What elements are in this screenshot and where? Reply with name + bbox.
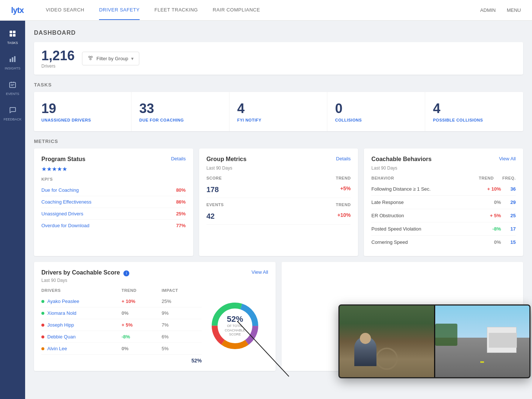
filter-group-icon — [88, 55, 93, 62]
driver-dot-1 — [41, 312, 44, 315]
coachable-period: Last 90 Days — [371, 166, 516, 171]
nav-driver-safety[interactable]: DRIVER SAFETY — [99, 0, 140, 20]
driver-name-3: Debbie Quan — [47, 334, 76, 340]
sidebar-tasks-label: TASKS — [7, 41, 18, 45]
donut-section: 52% OF TOTAL COACHABLE SCORE — [202, 288, 268, 364]
gm-events-value: 42 — [207, 212, 215, 221]
trend-col-header: TREND — [479, 176, 501, 180]
score-col-label: SCORE — [207, 176, 222, 180]
driver-dot-4 — [41, 347, 44, 350]
nav-fleet-tracking[interactable]: FLEET TRACKING — [154, 0, 198, 20]
cb-behavior-1: Late Response — [371, 200, 479, 205]
driver-dot-2 — [41, 324, 44, 327]
task-number-coaching: 33 — [139, 101, 222, 116]
task-collisions[interactable]: 0 COLLISIONS — [328, 92, 425, 131]
page-title: DASHBOARD — [34, 30, 523, 36]
driver-row-0[interactable]: Ayako Peaslee + 10% 25% — [41, 296, 202, 307]
program-status-title: Program Status — [41, 156, 85, 163]
gm-score-value: 178 — [207, 185, 219, 194]
svg-rect-2 — [10, 34, 12, 37]
gm-events-row: 42 +10% — [207, 208, 351, 225]
filter-dropdown[interactable]: Filter by Group ▾ — [82, 52, 139, 65]
cb-trend-2: + 5% — [479, 213, 501, 218]
driver-count: 1,216 Drivers — [41, 48, 75, 69]
chevron-down-icon: ▾ — [131, 56, 134, 61]
task-fyi-notify[interactable]: 4 FYI NOTIFY — [230, 92, 327, 131]
cab-camera-view — [340, 306, 434, 377]
donut-percentage: 52% — [222, 314, 248, 324]
program-status-card: Program Status Details ★★★★★ KPI'S Due f… — [34, 149, 193, 256]
kpi-due-coaching: Due for Coaching — [41, 187, 79, 193]
kpi-row-effectiveness[interactable]: Coaching Effectiveness 86% — [41, 196, 186, 208]
cb-er-obstruction[interactable]: ER Obstruction + 5% 25 — [371, 209, 516, 222]
task-possible-collisions[interactable]: 4 POSSIBLE COLLISIONS — [426, 92, 523, 131]
sidebar-item-events[interactable]: EVENTS — [0, 75, 25, 101]
kpi-row-coaching[interactable]: Due for Coaching 80% — [41, 184, 186, 196]
svg-rect-4 — [10, 59, 11, 62]
logo[interactable]: lytx — [11, 6, 24, 15]
driver-impact-3: 6% — [162, 334, 202, 340]
driver-row-1[interactable]: Xiomara Nold 0% 9% — [41, 307, 202, 319]
drivers-view-all-link[interactable]: View All — [252, 269, 268, 275]
program-status-details-link[interactable]: Details — [171, 156, 186, 161]
driver-label: Drivers — [41, 64, 75, 69]
task-due-coaching[interactable]: 33 DUE FOR COACHING — [132, 92, 229, 131]
drivers-total: 52% — [41, 358, 202, 364]
cb-freq-3: 17 — [501, 226, 516, 232]
driver-impact-2: 7% — [162, 322, 202, 328]
kpi-row-overdue[interactable]: Overdue for Download 77% — [41, 220, 186, 231]
nav-links: VIDEO SEARCH DRIVER SAFETY FLEET TRACKIN… — [46, 0, 480, 20]
driver-name-2: Joseph Hipp — [47, 322, 74, 328]
kpi-row-unassigned[interactable]: Unassigned Drivers 25% — [41, 208, 186, 220]
cb-speed-violation[interactable]: Posted Speed Violation -8% 17 — [371, 222, 516, 236]
driver-trend-0: + 10% — [122, 299, 162, 304]
svg-rect-10 — [11, 84, 14, 85]
gm-score-row: 178 +5% — [207, 182, 351, 198]
col-impact: IMPACT — [162, 288, 202, 293]
road-camera-view — [435, 306, 530, 377]
sidebar-item-tasks[interactable]: TASKS — [0, 24, 25, 50]
nav-admin[interactable]: ADMIN — [480, 7, 496, 13]
cb-cornering-speed[interactable]: Cornering Speed 0% 15 — [371, 236, 516, 249]
cb-behavior-3: Posted Speed Violation — [371, 226, 479, 232]
driver-row-3[interactable]: Debbie Quan -8% 6% — [41, 331, 202, 343]
task-label-unassigned: UNASSIGNED DRIVERS — [41, 118, 124, 122]
coachable-behaviors-card: Coachable Behaviors View All Last 90 Day… — [364, 149, 523, 256]
donut-center: 52% OF TOTAL COACHABLE SCORE — [222, 314, 248, 337]
bottom-row: Drivers by Coachable Score i View All La… — [34, 262, 523, 371]
task-label-collisions: COLLISIONS — [335, 118, 417, 122]
driver-impact-0: 25% — [162, 299, 202, 304]
nav-video-search[interactable]: VIDEO SEARCH — [46, 0, 84, 20]
sidebar-item-feedback[interactable]: FEEDBACK — [0, 101, 25, 126]
kpi-unassigned-value: 25% — [176, 211, 186, 216]
tasks-row: 19 UNASSIGNED DRIVERS 33 DUE FOR COACHIN… — [34, 92, 523, 131]
cb-behavior-2: ER Obstruction — [371, 213, 479, 218]
cb-freq-1: 29 — [501, 200, 516, 205]
svg-rect-11 — [11, 85, 13, 86]
cb-late-response[interactable]: Late Response 0% 29 — [371, 196, 516, 209]
events-trend-col-label: TREND — [336, 202, 351, 207]
task-number-possible: 4 — [433, 101, 516, 116]
filter-bar: 1,216 Drivers Filter by Group ▾ — [34, 42, 523, 75]
main-content: DASHBOARD 1,216 Drivers Filter by Group … — [25, 21, 532, 399]
cb-behavior-4: Cornering Speed — [371, 239, 479, 245]
driver-row-2[interactable]: Joseph Hipp + 5% 7% — [41, 319, 202, 331]
metrics-section-title: METRICS — [34, 139, 523, 144]
nav-rair-compliance[interactable]: RAIR COMPLIANCE — [213, 0, 260, 20]
driver-trend-4: 0% — [122, 346, 162, 351]
video-popup[interactable] — [338, 304, 531, 378]
driver-dot-0 — [41, 300, 44, 303]
events-col-label: EVENTS — [207, 202, 224, 207]
driver-name-1: Xiomara Nold — [47, 310, 76, 316]
kpi-unassigned: Unassigned Drivers — [41, 211, 83, 216]
coachable-view-all-link[interactable]: View All — [499, 156, 516, 161]
cb-trend-0: + 10% — [479, 186, 501, 192]
group-metrics-details-link[interactable]: Details — [336, 156, 351, 161]
nav-menu[interactable]: MENU — [507, 7, 521, 13]
cb-freq-0: 36 — [501, 186, 516, 192]
sidebar-item-insights[interactable]: INSIGHTS — [0, 50, 25, 75]
cb-following-distance[interactable]: Following Distance ≥ 1 Sec. + 10% 36 — [371, 183, 516, 196]
driver-row-4[interactable]: Alvin Lee 0% 5% — [41, 343, 202, 355]
tasks-icon — [8, 30, 17, 40]
task-unassigned-drivers[interactable]: 19 UNASSIGNED DRIVERS — [34, 92, 132, 131]
